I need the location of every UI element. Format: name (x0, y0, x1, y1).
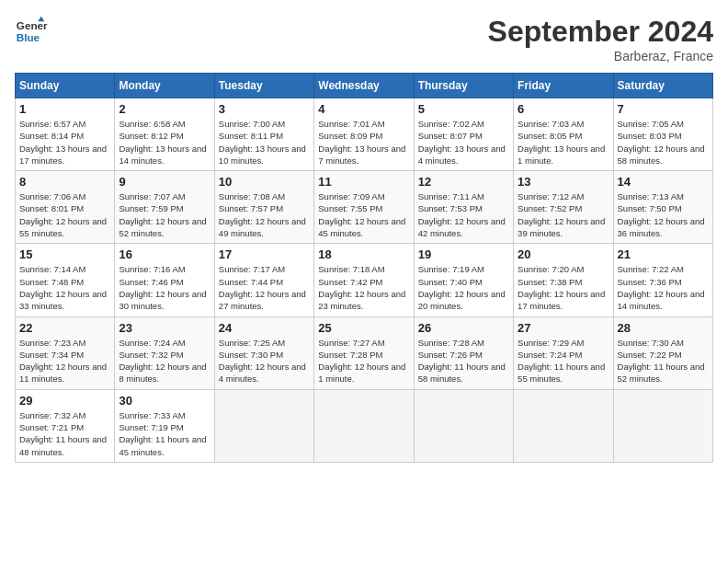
day-number: 9 (119, 175, 210, 189)
location: Barberaz, France (488, 49, 713, 63)
day-info: Sunrise: 7:29 AMSunset: 7:24 PMDaylight:… (518, 337, 609, 385)
month-title: September 2024 (488, 15, 713, 49)
calendar-cell: 6Sunrise: 7:03 AMSunset: 8:05 PMDaylight… (514, 98, 613, 171)
day-info: Sunrise: 7:07 AMSunset: 7:59 PMDaylight:… (119, 190, 210, 239)
calendar-cell: 28Sunrise: 7:30 AMSunset: 7:22 PMDayligh… (613, 316, 712, 389)
day-number: 29 (19, 394, 110, 408)
day-number: 10 (219, 175, 310, 189)
header-wednesday: Wednesday (314, 74, 414, 98)
day-number: 24 (219, 321, 310, 335)
day-number: 17 (219, 247, 310, 261)
day-info: Sunrise: 7:06 AMSunset: 8:01 PMDaylight:… (19, 190, 110, 239)
day-number: 28 (618, 321, 709, 335)
calendar-cell: 18Sunrise: 7:18 AMSunset: 7:42 PMDayligh… (314, 244, 414, 316)
day-number: 3 (219, 102, 310, 116)
day-number: 19 (418, 247, 509, 261)
day-number: 16 (119, 247, 210, 261)
day-info: Sunrise: 6:57 AMSunset: 8:14 PMDaylight:… (19, 118, 110, 167)
calendar-cell: 1Sunrise: 6:57 AMSunset: 8:14 PMDaylight… (16, 98, 115, 171)
day-number: 8 (19, 175, 110, 189)
day-number: 13 (518, 175, 609, 189)
calendar-cell: 7Sunrise: 7:05 AMSunset: 8:03 PMDaylight… (613, 98, 712, 171)
calendar-cell (613, 389, 712, 462)
calendar-cell (514, 389, 613, 462)
day-number: 26 (418, 321, 509, 335)
calendar-cell: 29Sunrise: 7:32 AMSunset: 7:21 PMDayligh… (16, 389, 115, 462)
day-number: 20 (518, 247, 609, 261)
day-info: Sunrise: 7:12 AMSunset: 7:52 PMDaylight:… (518, 190, 609, 239)
header-sunday: Sunday (16, 74, 115, 98)
day-number: 2 (119, 102, 210, 116)
day-info: Sunrise: 7:16 AMSunset: 7:46 PMDaylight:… (119, 263, 210, 312)
calendar-cell: 5Sunrise: 7:02 AMSunset: 8:07 PMDaylight… (414, 98, 513, 171)
calendar-cell: 19Sunrise: 7:19 AMSunset: 7:40 PMDayligh… (414, 244, 513, 316)
header-monday: Monday (115, 74, 214, 98)
day-info: Sunrise: 7:19 AMSunset: 7:40 PMDaylight:… (418, 263, 509, 312)
calendar-cell: 16Sunrise: 7:16 AMSunset: 7:46 PMDayligh… (115, 244, 214, 316)
header-saturday: Saturday (613, 74, 712, 98)
day-info: Sunrise: 7:05 AMSunset: 8:03 PMDaylight:… (618, 118, 709, 167)
calendar-cell: 10Sunrise: 7:08 AMSunset: 7:57 PMDayligh… (214, 171, 313, 244)
day-number: 23 (119, 321, 210, 335)
calendar-row: 15Sunrise: 7:14 AMSunset: 7:48 PMDayligh… (16, 244, 713, 316)
day-number: 6 (518, 102, 609, 116)
calendar-cell: 3Sunrise: 7:00 AMSunset: 8:11 PMDaylight… (214, 98, 313, 171)
day-info: Sunrise: 7:03 AMSunset: 8:05 PMDaylight:… (518, 118, 609, 167)
day-info: Sunrise: 7:33 AMSunset: 7:19 PMDaylight:… (119, 409, 210, 458)
day-info: Sunrise: 7:28 AMSunset: 7:26 PMDaylight:… (418, 337, 509, 385)
calendar-cell: 12Sunrise: 7:11 AMSunset: 7:53 PMDayligh… (414, 171, 513, 244)
day-info: Sunrise: 7:08 AMSunset: 7:57 PMDaylight:… (219, 190, 310, 239)
day-number: 11 (318, 175, 409, 189)
day-info: Sunrise: 7:11 AMSunset: 7:53 PMDaylight:… (418, 190, 509, 239)
calendar-cell (414, 389, 513, 462)
day-number: 1 (19, 102, 110, 116)
page-header: General Blue September 2024 Barberaz, Fr… (15, 15, 713, 63)
day-number: 12 (418, 175, 509, 189)
day-info: Sunrise: 7:20 AMSunset: 7:38 PMDaylight:… (518, 263, 609, 312)
calendar-cell: 30Sunrise: 7:33 AMSunset: 7:19 PMDayligh… (115, 389, 214, 462)
day-number: 18 (318, 247, 409, 261)
calendar-cell: 11Sunrise: 7:09 AMSunset: 7:55 PMDayligh… (314, 171, 414, 244)
day-info: Sunrise: 7:02 AMSunset: 8:07 PMDaylight:… (418, 118, 509, 167)
day-number: 21 (618, 247, 709, 261)
header-friday: Friday (514, 74, 613, 98)
day-number: 27 (518, 321, 609, 335)
calendar-cell: 23Sunrise: 7:24 AMSunset: 7:32 PMDayligh… (115, 316, 214, 389)
calendar-cell: 8Sunrise: 7:06 AMSunset: 8:01 PMDaylight… (16, 171, 115, 244)
day-info: Sunrise: 7:32 AMSunset: 7:21 PMDaylight:… (19, 409, 110, 458)
calendar-cell: 25Sunrise: 7:27 AMSunset: 7:28 PMDayligh… (314, 316, 414, 389)
calendar-cell (214, 389, 313, 462)
day-info: Sunrise: 7:24 AMSunset: 7:32 PMDaylight:… (119, 337, 210, 385)
weekday-header-row: Sunday Monday Tuesday Wednesday Thursday… (16, 74, 713, 98)
calendar-cell: 20Sunrise: 7:20 AMSunset: 7:38 PMDayligh… (514, 244, 613, 316)
calendar-cell: 9Sunrise: 7:07 AMSunset: 7:59 PMDaylight… (115, 171, 214, 244)
calendar-row: 22Sunrise: 7:23 AMSunset: 7:34 PMDayligh… (16, 316, 713, 389)
day-info: Sunrise: 7:27 AMSunset: 7:28 PMDaylight:… (318, 337, 409, 385)
day-number: 30 (119, 394, 210, 408)
calendar-row: 29Sunrise: 7:32 AMSunset: 7:21 PMDayligh… (16, 389, 713, 462)
day-number: 5 (418, 102, 509, 116)
day-number: 7 (618, 102, 709, 116)
calendar-cell: 21Sunrise: 7:22 AMSunset: 7:36 PMDayligh… (613, 244, 712, 316)
day-info: Sunrise: 7:18 AMSunset: 7:42 PMDaylight:… (318, 263, 409, 312)
svg-text:Blue: Blue (17, 31, 40, 43)
calendar-cell: 26Sunrise: 7:28 AMSunset: 7:26 PMDayligh… (414, 316, 513, 389)
calendar-cell: 24Sunrise: 7:25 AMSunset: 7:30 PMDayligh… (214, 316, 313, 389)
day-info: Sunrise: 7:17 AMSunset: 7:44 PMDaylight:… (219, 263, 310, 312)
calendar-cell: 17Sunrise: 7:17 AMSunset: 7:44 PMDayligh… (214, 244, 313, 316)
day-number: 25 (318, 321, 409, 335)
header-tuesday: Tuesday (214, 74, 313, 98)
day-info: Sunrise: 7:13 AMSunset: 7:50 PMDaylight:… (618, 190, 709, 239)
calendar-cell (314, 389, 414, 462)
calendar-cell: 27Sunrise: 7:29 AMSunset: 7:24 PMDayligh… (514, 316, 613, 389)
calendar-cell: 22Sunrise: 7:23 AMSunset: 7:34 PMDayligh… (16, 316, 115, 389)
day-number: 4 (318, 102, 409, 116)
calendar-cell: 15Sunrise: 7:14 AMSunset: 7:48 PMDayligh… (16, 244, 115, 316)
day-info: Sunrise: 7:30 AMSunset: 7:22 PMDaylight:… (618, 337, 709, 385)
day-number: 22 (19, 321, 110, 335)
title-area: September 2024 Barberaz, France (488, 15, 713, 63)
day-info: Sunrise: 7:23 AMSunset: 7:34 PMDaylight:… (19, 337, 110, 385)
calendar-row: 8Sunrise: 7:06 AMSunset: 8:01 PMDaylight… (16, 171, 713, 244)
calendar-cell: 4Sunrise: 7:01 AMSunset: 8:09 PMDaylight… (314, 98, 414, 171)
logo: General Blue (15, 15, 48, 48)
